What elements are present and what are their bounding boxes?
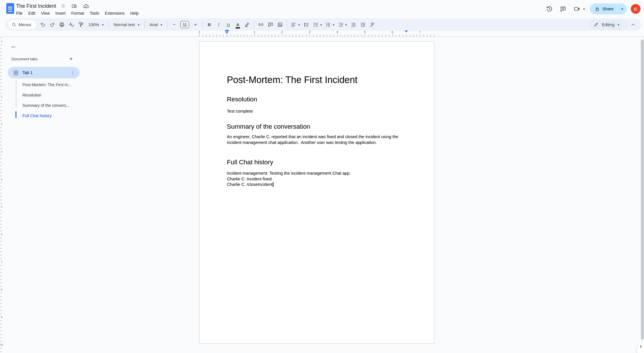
- comments-icon[interactable]: [557, 3, 570, 15]
- outline-item[interactable]: Full Chat history: [0, 111, 95, 121]
- sidebar-title: Document tabs: [12, 57, 38, 61]
- bold-button[interactable]: B: [204, 20, 214, 29]
- bulleted-list-select[interactable]: ▾: [323, 22, 336, 28]
- pencil-icon: [594, 22, 599, 27]
- paint-format-icon: [78, 22, 84, 27]
- chat-line[interactable]: Charlie C: /closeIncident: [227, 182, 407, 188]
- print-button[interactable]: [57, 20, 67, 29]
- first-line-indent-marker[interactable]: [225, 30, 229, 31]
- vertical-scrollbar[interactable]: [641, 39, 644, 340]
- zoom-caret-icon: ▾: [102, 23, 104, 26]
- menu-item[interactable]: Extensions: [102, 9, 127, 17]
- font-size-input[interactable]: 11: [180, 21, 189, 28]
- menu-item[interactable]: Insert: [53, 9, 68, 17]
- collapse-panel-fab[interactable]: ‹: [637, 341, 644, 353]
- top-right-actions: ▾ Share ▾ C: [543, 0, 641, 18]
- doc-heading-resolution[interactable]: Resolution: [227, 96, 407, 103]
- outline-item[interactable]: Post-Mortem: The First In...: [0, 80, 95, 90]
- outline-item[interactable]: Resolution: [0, 90, 95, 100]
- star-icon[interactable]: ☆: [61, 3, 66, 9]
- font-family-select[interactable]: Arial ▾: [147, 22, 165, 27]
- font-size-increase-button[interactable]: +: [191, 20, 200, 29]
- text-color-button[interactable]: A: [233, 20, 242, 29]
- doc-body-resolution[interactable]: Test complete: [227, 108, 407, 114]
- increase-indent-button[interactable]: [358, 20, 368, 29]
- line-spacing-button[interactable]: [302, 20, 311, 29]
- docs-logo-icon[interactable]: [6, 3, 14, 14]
- align-select[interactable]: ▾: [289, 22, 302, 28]
- image-icon: [277, 22, 283, 28]
- tab-item-tab1[interactable]: Tab 1 ⋮: [8, 67, 80, 78]
- clear-formatting-icon: [369, 22, 375, 28]
- svg-text:1: 1: [338, 22, 340, 24]
- menu-item[interactable]: View: [38, 9, 53, 17]
- doc-heading-summary[interactable]: Summary of the conversation: [227, 123, 407, 130]
- add-tab-button[interactable]: +: [66, 53, 76, 64]
- spell-check-button[interactable]: [67, 20, 76, 29]
- right-indent-marker[interactable]: [405, 30, 408, 32]
- undo-button[interactable]: [38, 20, 48, 29]
- menu-item[interactable]: Edit: [26, 9, 38, 17]
- ruler-number: 1: [253, 30, 256, 34]
- outline-item[interactable]: Summary of the convers...: [0, 100, 95, 111]
- paragraph-style-value: Normal text: [114, 22, 135, 27]
- doc-heading-chat[interactable]: Full Chat history: [227, 159, 407, 166]
- ruler-number: 7: [418, 30, 422, 34]
- checklist-select[interactable]: ▾: [311, 22, 324, 28]
- tab-options-icon[interactable]: ⋮: [70, 70, 76, 75]
- close-sidebar-button[interactable]: ←: [8, 40, 20, 52]
- numbered-list-select[interactable]: 12 ▾: [336, 22, 349, 28]
- menu-item[interactable]: Format: [68, 9, 87, 17]
- video-call-caret-icon[interactable]: ▾: [583, 7, 585, 11]
- cloud-saved-icon[interactable]: [83, 3, 89, 9]
- doc-body-summary[interactable]: An engineer, Charlie C, reported that an…: [227, 134, 407, 145]
- share-caret-icon: ▾: [621, 7, 623, 11]
- chevron-left-icon: ‹: [640, 342, 642, 350]
- clear-formatting-button[interactable]: [368, 20, 377, 29]
- doc-heading-title[interactable]: Post-Mortem: The First Incident: [227, 74, 407, 86]
- share-options-button[interactable]: ▾: [617, 3, 627, 14]
- ruler-number: 2: [280, 30, 284, 34]
- menu-item[interactable]: File: [13, 9, 26, 17]
- chat-line[interactable]: incident management: Testing the inciden…: [227, 171, 407, 176]
- italic-button[interactable]: I: [214, 20, 223, 29]
- highlight-color-button[interactable]: [242, 20, 252, 29]
- font-size-decrease-button[interactable]: −: [169, 20, 179, 29]
- add-comment-button[interactable]: [266, 20, 275, 29]
- redo-icon: [49, 22, 55, 28]
- chat-line[interactable]: Charlie C: Incident fixed.: [227, 176, 407, 182]
- toolbar-divider: [626, 21, 626, 28]
- ruler-number: 1: [198, 30, 201, 34]
- editing-mode-select[interactable]: Editing ▾: [590, 20, 624, 30]
- hide-menus-button[interactable]: [628, 20, 638, 30]
- insert-link-button[interactable]: [256, 20, 266, 29]
- document-tabs-sidebar: ← Document tabs + Tab 1 ⋮ Post-Mortem: T…: [0, 37, 126, 353]
- document-page[interactable]: Post-Mortem: The First Incident Resoluti…: [199, 41, 434, 344]
- left-indent-marker[interactable]: [225, 32, 229, 34]
- version-history-icon[interactable]: [543, 3, 556, 15]
- menus-search-button[interactable]: Menus: [8, 20, 36, 29]
- move-folder-icon[interactable]: [71, 3, 77, 9]
- menu-item[interactable]: Help: [127, 9, 141, 17]
- doc-chat-history[interactable]: incident management: Testing the inciden…: [227, 171, 407, 188]
- numbered-list-icon: 12: [338, 22, 344, 28]
- menu-bar: FileEditViewInsertFormatToolsExtensionsH…: [13, 9, 141, 17]
- share-button[interactable]: Share: [590, 3, 617, 14]
- meet-join-control[interactable]: ▾: [571, 3, 585, 15]
- decrease-indent-button[interactable]: [349, 20, 358, 29]
- account-avatar[interactable]: C: [631, 4, 641, 14]
- insert-image-button[interactable]: [275, 20, 285, 29]
- increase-indent-icon: [360, 22, 366, 28]
- video-call-icon[interactable]: [571, 3, 583, 15]
- zoom-select[interactable]: 100% ▾: [86, 22, 107, 27]
- style-caret-icon: ▾: [138, 23, 139, 26]
- paint-format-button[interactable]: [76, 20, 86, 29]
- document-title[interactable]: The First Incident: [16, 3, 56, 9]
- toolbar-divider: [144, 21, 145, 28]
- underline-button[interactable]: U: [223, 20, 233, 29]
- paragraph-style-select[interactable]: Normal text ▾: [111, 22, 142, 27]
- redo-button[interactable]: [48, 20, 57, 29]
- menu-item[interactable]: Tools: [87, 9, 102, 17]
- horizontal-ruler[interactable]: 11234567: [199, 30, 434, 36]
- align-caret-icon: ▾: [298, 23, 300, 26]
